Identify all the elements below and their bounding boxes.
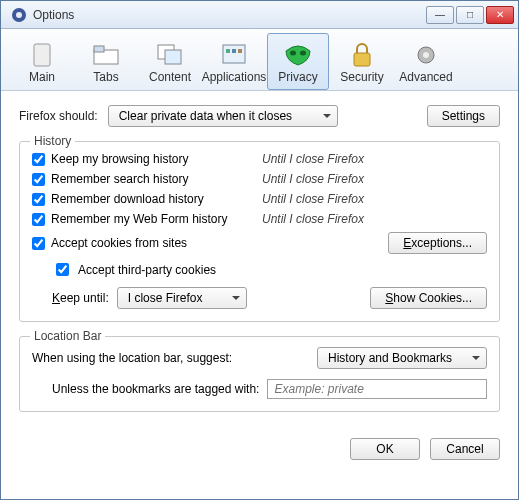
- svg-rect-9: [232, 49, 236, 53]
- privacy-mask-icon: [284, 43, 312, 67]
- svg-point-12: [300, 50, 306, 55]
- keep-until-dropdown[interactable]: I close Firefox: [117, 287, 247, 309]
- svg-rect-10: [238, 49, 242, 53]
- ok-button[interactable]: OK: [350, 438, 420, 460]
- keep-browsing-checkbox[interactable]: Keep my browsing history: [32, 152, 262, 166]
- tab-tabs-label: Tabs: [93, 70, 118, 84]
- tab-security-label: Security: [340, 70, 383, 84]
- category-toolbar: Main Tabs Content Applications Privacy S…: [1, 29, 518, 91]
- main-icon: [31, 42, 53, 68]
- dialog-buttons: OK Cancel: [1, 432, 518, 470]
- firefox-should-label: Firefox should:: [19, 109, 98, 123]
- options-window: Options — □ ✕ Main Tabs Content Applicat…: [0, 0, 519, 500]
- keep-until-label: Keep until:: [52, 291, 109, 305]
- window-buttons: — □ ✕: [426, 6, 514, 24]
- history-fieldset: History Keep my browsing history Until I…: [19, 141, 500, 322]
- tag-exclude-input[interactable]: [267, 379, 487, 399]
- tab-security[interactable]: Security: [331, 33, 393, 90]
- accept-third-party-checkbox[interactable]: Accept third-party cookies: [52, 260, 487, 279]
- suggest-value: History and Bookmarks: [328, 351, 452, 365]
- suggest-label: When using the location bar, suggest:: [32, 351, 232, 365]
- tab-content-label: Content: [149, 70, 191, 84]
- content-icon: [157, 44, 183, 66]
- history-grid: Keep my browsing history Until I close F…: [32, 152, 487, 226]
- tab-applications[interactable]: Applications: [203, 33, 265, 90]
- svg-rect-13: [354, 53, 370, 66]
- keep-until-row: Keep until: I close Firefox Show Cookies…: [32, 287, 487, 309]
- unless-label: Unless the bookmarks are tagged with:: [52, 382, 259, 396]
- keep-browsing-label: Keep my browsing history: [51, 152, 188, 166]
- history-legend: History: [30, 134, 75, 148]
- tab-privacy[interactable]: Privacy: [267, 33, 329, 90]
- settings-button[interactable]: Settings: [427, 105, 500, 127]
- remember-webform-checkbox[interactable]: Remember my Web Form history: [32, 212, 262, 226]
- tab-privacy-label: Privacy: [278, 70, 317, 84]
- svg-rect-8: [226, 49, 230, 53]
- titlebar: Options — □ ✕: [1, 1, 518, 29]
- tab-advanced-label: Advanced: [399, 70, 452, 84]
- tab-tabs[interactable]: Tabs: [75, 33, 137, 90]
- security-lock-icon: [351, 42, 373, 68]
- remember-webform-label: Remember my Web Form history: [51, 212, 227, 226]
- close-button[interactable]: ✕: [486, 6, 514, 24]
- firefox-should-value: Clear private data when it closes: [119, 109, 292, 123]
- app-icon: [11, 7, 27, 23]
- maximize-button[interactable]: □: [456, 6, 484, 24]
- tab-applications-label: Applications: [202, 70, 267, 84]
- keep-browsing-until: Until I close Firefox: [262, 152, 422, 166]
- tabs-icon: [93, 44, 119, 66]
- svg-point-11: [290, 50, 296, 55]
- exceptions-button[interactable]: Exceptions...: [388, 232, 487, 254]
- accept-cookies-checkbox[interactable]: Accept cookies from sites: [32, 236, 187, 250]
- svg-rect-7: [223, 45, 245, 63]
- location-legend: Location Bar: [30, 329, 105, 343]
- keep-until-value: I close Firefox: [128, 291, 203, 305]
- tab-advanced[interactable]: Advanced: [395, 33, 457, 90]
- remember-download-until: Until I close Firefox: [262, 192, 422, 206]
- firefox-should-dropdown[interactable]: Clear private data when it closes: [108, 105, 338, 127]
- show-cookies-button[interactable]: Show Cookies...: [370, 287, 487, 309]
- accept-cookies-label: Accept cookies from sites: [51, 236, 187, 250]
- panel-content: Firefox should: Clear private data when …: [1, 91, 518, 432]
- svg-rect-2: [34, 44, 50, 66]
- remember-download-label: Remember download history: [51, 192, 204, 206]
- remember-search-label: Remember search history: [51, 172, 188, 186]
- svg-point-1: [16, 12, 22, 18]
- svg-rect-6: [165, 50, 181, 64]
- accept-third-label: Accept third-party cookies: [78, 263, 216, 277]
- svg-rect-4: [94, 46, 104, 52]
- tab-content[interactable]: Content: [139, 33, 201, 90]
- cancel-button[interactable]: Cancel: [430, 438, 500, 460]
- location-bar-fieldset: Location Bar When using the location bar…: [19, 336, 500, 412]
- accept-cookies-row: Accept cookies from sites Exceptions...: [32, 232, 487, 254]
- suggest-dropdown[interactable]: History and Bookmarks: [317, 347, 487, 369]
- applications-icon: [221, 43, 247, 67]
- tab-main[interactable]: Main: [11, 33, 73, 90]
- firefox-should-row: Firefox should: Clear private data when …: [19, 105, 500, 127]
- remember-search-until: Until I close Firefox: [262, 172, 422, 186]
- location-suggest-row: When using the location bar, suggest: Hi…: [32, 347, 487, 369]
- minimize-button[interactable]: —: [426, 6, 454, 24]
- remember-webform-until: Until I close Firefox: [262, 212, 422, 226]
- remember-download-checkbox[interactable]: Remember download history: [32, 192, 262, 206]
- advanced-gear-icon: [413, 42, 439, 68]
- tab-main-label: Main: [29, 70, 55, 84]
- svg-point-15: [423, 52, 429, 58]
- window-title: Options: [33, 8, 426, 22]
- location-unless-row: Unless the bookmarks are tagged with:: [52, 379, 487, 399]
- remember-search-checkbox[interactable]: Remember search history: [32, 172, 262, 186]
